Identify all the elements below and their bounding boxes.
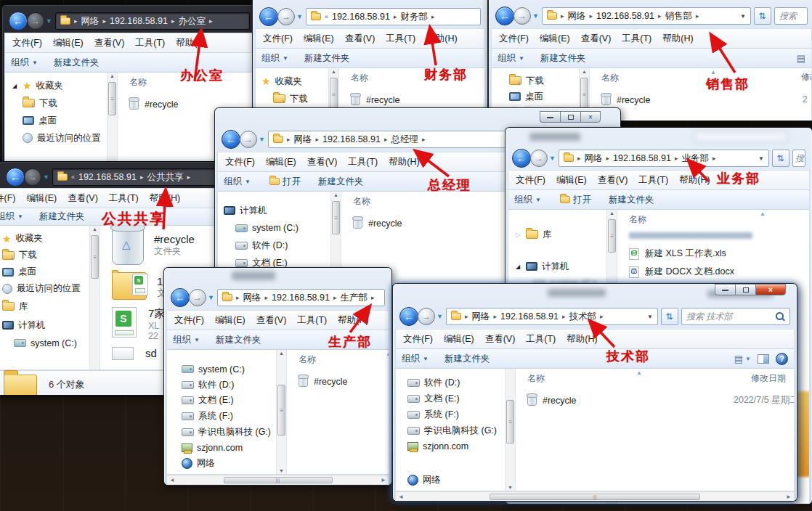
scroll-up-icon[interactable]: ▲ bbox=[279, 351, 284, 356]
address-bar[interactable]: ▸ 网络 ▸ 192.168.58.91 ▸ 生产部 ▸ bbox=[217, 289, 385, 306]
back-button[interactable]: ← bbox=[512, 149, 531, 168]
minimize-button[interactable] bbox=[540, 111, 560, 123]
menu-help[interactable]: 帮助(H) bbox=[389, 156, 419, 168]
sidebar-item-drive-e[interactable]: 文档 (E:) bbox=[407, 391, 505, 406]
refresh-button[interactable]: ⇄ bbox=[661, 308, 678, 325]
scroll-left-icon[interactable]: ◄ bbox=[398, 494, 404, 500]
maximize-button[interactable] bbox=[560, 111, 580, 123]
sidebar-item-drive-g[interactable]: 学识电脑科技 (G:) bbox=[407, 422, 505, 438]
recent-pages-dropdown-icon[interactable]: ▼ bbox=[259, 136, 265, 143]
column-header-name[interactable]: 名称 bbox=[353, 196, 370, 206]
sidebar-item-network[interactable]: 网络 bbox=[182, 455, 276, 471]
breadcrumb-ip[interactable]: 192.168.58.91 bbox=[110, 16, 168, 26]
scrollbar-thumb[interactable]: ≡ bbox=[506, 400, 514, 443]
menu-tools[interactable]: 工具(T) bbox=[638, 174, 668, 187]
breadcrumb-network[interactable]: 网络 bbox=[293, 134, 312, 146]
menu-help[interactable]: 帮助(H) bbox=[426, 33, 457, 45]
menu-file[interactable]: 文件(F) bbox=[12, 37, 42, 49]
sidebar-item-computer[interactable]: ◢计算机 bbox=[514, 258, 606, 275]
back-button[interactable]: ← bbox=[171, 288, 190, 307]
recent-pages-dropdown-icon[interactable]: ▼ bbox=[296, 13, 303, 20]
sidebar-item-dfs[interactable]: szjonn.com bbox=[182, 440, 276, 456]
open-button[interactable]: 打开 bbox=[560, 194, 591, 206]
address-dropdown-icon[interactable]: ▼ bbox=[740, 13, 746, 20]
menu-file-clipped[interactable]: 件(F) bbox=[0, 192, 15, 205]
scroll-right-icon[interactable]: ► bbox=[786, 494, 792, 500]
scrollbar-thumb[interactable]: ≡ bbox=[332, 201, 340, 234]
breadcrumb-network[interactable]: 网络 bbox=[584, 152, 602, 165]
new-folder-button[interactable]: 新建文件夹 bbox=[318, 176, 364, 188]
forward-button[interactable]: → bbox=[418, 308, 435, 325]
expanded-icon[interactable]: ◢ bbox=[11, 83, 18, 89]
sidebar-item-recent[interactable]: 最近访问的位置 bbox=[11, 129, 107, 147]
address-bar[interactable]: ▸ 网络 ▸ 192.168.58.91 ▸ 业务部 ▸ ▼ bbox=[559, 150, 769, 167]
column-header-name[interactable]: 名称 bbox=[527, 373, 545, 383]
file-row-recycle[interactable]: #recycle bbox=[299, 372, 384, 391]
menu-tools[interactable]: 工具(T) bbox=[526, 333, 556, 346]
scrollbar-thumb[interactable]: ≡ bbox=[608, 219, 616, 253]
file-row-xls[interactable]: S新建 XLS 工作表.xls bbox=[629, 245, 805, 263]
back-button[interactable]: ← bbox=[9, 12, 28, 30]
sidebar-item-favorites[interactable]: ◢★收藏夹 bbox=[11, 77, 107, 94]
breadcrumb-folder[interactable]: 技术部 bbox=[569, 311, 596, 323]
sidebar-scrollbar[interactable]: ▲≡ bbox=[89, 226, 100, 369]
sidebar-item-desktop[interactable]: 桌面 bbox=[11, 112, 107, 129]
menu-tools[interactable]: 工具(T) bbox=[386, 33, 415, 45]
menu-edit[interactable]: 编辑(E) bbox=[26, 192, 57, 205]
business-titlebar[interactable] bbox=[508, 128, 810, 147]
scrollbar-thumb[interactable]: ||| bbox=[224, 477, 333, 483]
scrollbar-thumb[interactable]: ≡ bbox=[580, 78, 588, 111]
breadcrumb-ip[interactable]: 192.168.58.91 bbox=[272, 293, 330, 303]
menu-view[interactable]: 查看(V) bbox=[345, 33, 375, 45]
sidebar-item-drive-e[interactable]: 文档 (E:) bbox=[182, 393, 276, 409]
tech-titlebar[interactable]: × bbox=[395, 284, 795, 304]
back-button[interactable]: ← bbox=[495, 7, 514, 25]
column-header-name[interactable]: 名称 bbox=[351, 73, 368, 83]
forward-button[interactable]: → bbox=[513, 7, 531, 25]
menu-edit[interactable]: 编辑(E) bbox=[556, 174, 587, 187]
breadcrumb-folder[interactable]: 销售部 bbox=[665, 10, 692, 23]
sidebar-item-desktop[interactable]: 桌面 bbox=[2, 263, 89, 280]
magnifier-icon[interactable] bbox=[775, 311, 785, 322]
maximize-button[interactable] bbox=[735, 284, 755, 295]
column-header-name[interactable]: 名称 bbox=[601, 73, 619, 83]
new-folder-button[interactable]: 新建文件夹 bbox=[444, 353, 490, 365]
file-row-recycle[interactable]: #recycle bbox=[601, 91, 807, 109]
menu-edit[interactable]: 编辑(E) bbox=[53, 37, 84, 49]
menu-help[interactable]: 帮助(H) bbox=[679, 174, 710, 187]
scrollbar-thumb[interactable]: ||| bbox=[490, 494, 700, 500]
organize-button[interactable]: 组织▼ bbox=[11, 57, 38, 69]
breadcrumb-folder[interactable]: 财务部 bbox=[400, 11, 428, 23]
menu-file[interactable]: 文件(F) bbox=[499, 33, 529, 45]
new-folder-button[interactable]: 新建文件夹 bbox=[216, 334, 261, 346]
menu-tools[interactable]: 工具(T) bbox=[135, 37, 165, 49]
search-box[interactable]: 搜索 bbox=[774, 7, 808, 25]
address-dropdown-icon[interactable]: ▼ bbox=[647, 314, 653, 320]
recent-pages-dropdown-icon[interactable]: ▼ bbox=[549, 155, 556, 162]
menu-view[interactable]: 查看(V) bbox=[256, 314, 287, 327]
office-titlebar[interactable] bbox=[4, 5, 254, 9]
open-button[interactable]: 打开 bbox=[269, 176, 301, 188]
menu-edit[interactable]: 编辑(E) bbox=[215, 314, 245, 327]
menu-help[interactable]: 帮助(H) bbox=[150, 192, 180, 205]
file-row-docx[interactable]: W新建 DOCX 文档.docx bbox=[629, 263, 805, 281]
scroll-up-icon[interactable]: ▲ bbox=[582, 69, 587, 74]
address-bar[interactable]: ▸ 网络 ▸ 192.168.58.91 ▸ 销售部 ▸ ▼ bbox=[542, 7, 751, 25]
change-view-button[interactable]: ▤▼ bbox=[734, 353, 751, 364]
column-header-name[interactable]: 名称 bbox=[299, 354, 316, 364]
new-folder-button[interactable]: 新建文件夹 bbox=[609, 194, 654, 206]
menu-file[interactable]: 文件(F) bbox=[403, 333, 433, 346]
menu-tools[interactable]: 工具(T) bbox=[348, 156, 378, 168]
address-bar[interactable]: « 192.168.58.91 ▸ 财务部 ▸ bbox=[306, 8, 481, 25]
forward-button[interactable]: → bbox=[530, 150, 548, 167]
breadcrumb-ip[interactable]: 192.168.58.91 bbox=[322, 134, 381, 144]
scroll-up-icon[interactable]: ▲ bbox=[331, 69, 336, 74]
sidebar-item-drive-c[interactable]: system (C:) bbox=[2, 335, 89, 351]
new-folder-button[interactable]: 新建文件夹 bbox=[540, 52, 586, 65]
breadcrumb-ip[interactable]: 192.168.58.91 bbox=[613, 153, 671, 163]
sales-titlebar[interactable] bbox=[491, 0, 812, 4]
menu-view[interactable]: 查看(V) bbox=[307, 156, 338, 168]
sidebar-item-computer[interactable]: 计算机 bbox=[2, 316, 89, 335]
finance-titlebar[interactable] bbox=[255, 0, 485, 5]
breadcrumb-overflow-icon[interactable]: « bbox=[71, 173, 75, 181]
